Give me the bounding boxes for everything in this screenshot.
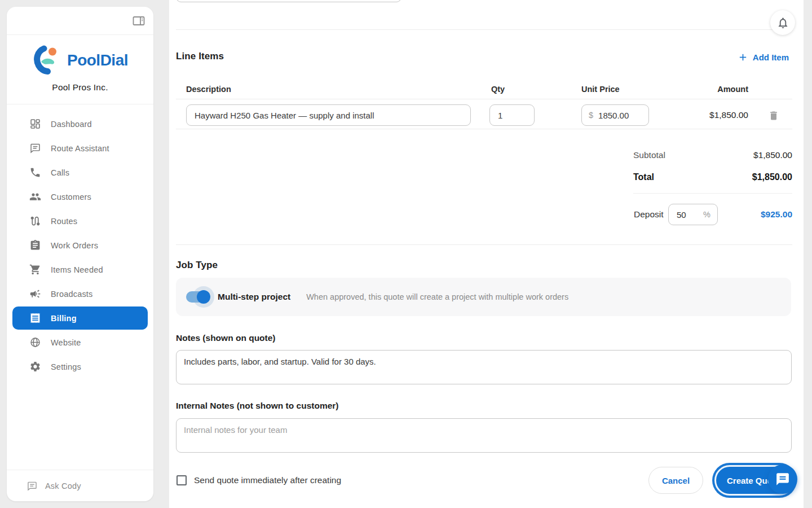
top-form-field-partial[interactable] xyxy=(176,0,401,2)
total-label: Total xyxy=(633,172,654,182)
job-type-title: Job Type xyxy=(176,260,218,271)
chat-icon xyxy=(29,142,41,154)
trash-icon xyxy=(768,110,780,121)
sidebar-nav: Dashboard Route Assistant Calls xyxy=(7,104,153,379)
add-item-button[interactable]: Add Item xyxy=(735,50,792,64)
delete-line-item-button[interactable] xyxy=(768,110,780,122)
sidebar-item-label: Items Needed xyxy=(51,265,103,274)
bell-icon xyxy=(776,16,789,29)
deposit-amount: $925.00 xyxy=(761,209,792,220)
column-header-unit-price: Unit Price xyxy=(581,85,620,94)
multi-step-toggle-label: Multi-step project xyxy=(218,292,290,302)
dashboard-icon xyxy=(29,118,41,130)
chat-icon xyxy=(775,472,790,487)
send-immediately-label: Send quote immediately after creating xyxy=(194,475,341,485)
clipboard-icon xyxy=(29,239,41,251)
sidebar-item-label: Work Orders xyxy=(51,241,98,250)
sidebar-item-work-orders[interactable]: Work Orders xyxy=(7,233,153,257)
sidebar: PoolDial Pool Pros Inc. Dashboard xyxy=(7,7,153,501)
line-item-description-input[interactable] xyxy=(186,104,471,126)
logo: PoolDial xyxy=(7,44,153,77)
sidebar-item-website[interactable]: Website xyxy=(7,330,153,354)
megaphone-icon xyxy=(29,288,41,300)
totals-divider xyxy=(633,193,792,194)
sidebar-item-label: Calls xyxy=(51,168,69,177)
sidebar-item-label: Settings xyxy=(51,362,81,371)
ask-cody-label: Ask Cody xyxy=(45,481,81,491)
sidebar-header xyxy=(7,7,153,35)
globe-icon xyxy=(29,336,41,348)
sidebar-item-billing[interactable]: Billing xyxy=(12,306,148,330)
column-header-amount: Amount xyxy=(717,85,748,94)
brand-name: PoolDial xyxy=(67,51,128,69)
subtotal-label: Subtotal xyxy=(633,150,665,160)
total-value: $1,850.00 xyxy=(752,172,792,182)
add-item-label: Add Item xyxy=(753,52,789,62)
sidebar-item-calls[interactable]: Calls xyxy=(7,160,153,185)
percent-suffix: % xyxy=(703,210,710,219)
sidebar-item-label: Route Assistant xyxy=(51,144,109,153)
sidebar-item-label: Broadcasts xyxy=(51,290,93,299)
deposit-percent-field[interactable]: % xyxy=(668,204,718,225)
notes-textarea[interactable]: Includes parts, labor, and startup. Vali… xyxy=(176,350,792,384)
sidebar-item-routes[interactable]: Routes xyxy=(7,209,153,233)
deposit-percent-input[interactable] xyxy=(677,210,703,220)
gear-icon xyxy=(29,361,41,373)
sidebar-item-broadcasts[interactable]: Broadcasts xyxy=(7,282,153,306)
column-header-qty: Qty xyxy=(491,85,505,94)
cart-icon xyxy=(29,264,41,275)
phone-icon xyxy=(29,167,41,178)
sidebar-item-dashboard[interactable]: Dashboard xyxy=(7,112,153,136)
currency-prefix: $ xyxy=(589,111,593,120)
plus-icon xyxy=(738,52,748,62)
section-divider xyxy=(176,244,792,245)
line-item-unit-price-field[interactable]: $ xyxy=(581,104,649,126)
sidebar-item-label: Website xyxy=(51,338,81,347)
section-divider xyxy=(176,29,792,30)
chat-icon xyxy=(27,480,38,492)
sidebar-item-label: Billing xyxy=(51,314,77,323)
column-header-description: Description xyxy=(186,85,231,94)
people-icon xyxy=(29,191,41,203)
notifications-button[interactable] xyxy=(770,10,795,35)
line-items-title: Line Items xyxy=(176,51,224,62)
pooldial-logo-icon xyxy=(32,45,64,76)
job-type-panel: Multi-step project When approved, this q… xyxy=(176,278,791,316)
line-item-qty-input[interactable] xyxy=(489,104,535,126)
internal-notes-label: Internal Notes (not shown to customer) xyxy=(176,401,338,411)
sidebar-item-label: Customers xyxy=(51,192,91,202)
line-item-amount: $1,850.00 xyxy=(709,110,748,120)
sidebar-collapse-icon xyxy=(132,14,145,28)
sidebar-item-settings[interactable]: Settings xyxy=(7,354,153,379)
sidebar-item-items-needed[interactable]: Items Needed xyxy=(7,257,153,282)
notes-label: Notes (shown on quote) xyxy=(176,333,276,343)
quote-form-panel: Line Items Add Item Description Qty Unit… xyxy=(169,0,804,508)
multi-step-toggle-description: When approved, this quote will create a … xyxy=(306,292,568,301)
send-immediately-checkbox[interactable] xyxy=(176,475,187,485)
chat-widget-button[interactable] xyxy=(768,465,797,494)
cancel-button[interactable]: Cancel xyxy=(648,467,703,494)
receipt-icon xyxy=(29,312,41,324)
company-name: Pool Pros Inc. xyxy=(7,82,153,93)
sidebar-item-ask-cody[interactable]: Ask Cody xyxy=(7,470,153,501)
brand-block: PoolDial Pool Pros Inc. xyxy=(7,35,153,104)
sidebar-item-label: Routes xyxy=(51,217,77,226)
line-item-unit-price-input[interactable] xyxy=(598,111,642,120)
route-icon xyxy=(29,215,41,227)
sidebar-item-label: Dashboard xyxy=(51,120,92,129)
table-row-divider xyxy=(176,129,792,129)
sidebar-item-route-assistant[interactable]: Route Assistant xyxy=(7,136,153,160)
toggle-knob xyxy=(197,290,210,304)
deposit-label: Deposit xyxy=(634,209,664,220)
subtotal-value: $1,850.00 xyxy=(753,150,792,160)
sidebar-collapse-button[interactable] xyxy=(132,14,145,28)
table-header-divider xyxy=(176,99,792,99)
multi-step-toggle[interactable] xyxy=(186,291,209,303)
sidebar-item-customers[interactable]: Customers xyxy=(7,185,153,209)
internal-notes-textarea[interactable] xyxy=(176,418,792,453)
